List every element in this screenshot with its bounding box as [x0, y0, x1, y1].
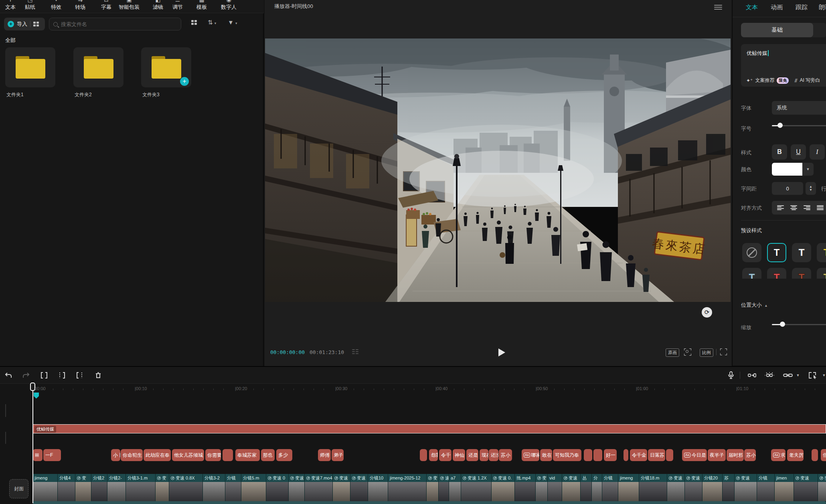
- menu-item-3[interactable]: ✦特效: [51, 0, 61, 11]
- all-files-tab[interactable]: 全部: [5, 37, 16, 44]
- video-clip[interactable]: 分镜18.m: [639, 474, 667, 501]
- original-quality-button[interactable]: 原画: [666, 348, 679, 357]
- video-clip[interactable]: 分镜3-2: [203, 474, 225, 501]
- video-clip[interactable]: 分镜20: [703, 474, 723, 501]
- subtitle-clip[interactable]: 多少: [276, 449, 292, 461]
- video-preview[interactable]: 春來茶店: [265, 38, 731, 302]
- add-badge-icon[interactable]: +: [180, 77, 189, 86]
- video-clip[interactable]: 苏: [723, 474, 735, 501]
- video-clip[interactable]: 变速 1.2X: [461, 474, 492, 501]
- align-right-icon[interactable]: [804, 205, 810, 211]
- video-clip[interactable]: 变速: [350, 474, 368, 501]
- subtitle-clip[interactable]: 神仙: [453, 449, 465, 461]
- ratio-button[interactable]: 比例: [700, 348, 713, 357]
- menu-item-2[interactable]: ◳贴纸: [25, 0, 35, 11]
- split-icon[interactable]: [39, 370, 49, 381]
- subtitle-clip[interactable]: [420, 449, 427, 461]
- chevron-down-icon[interactable]: ▼: [821, 370, 826, 381]
- video-clip[interactable]: 变速: [735, 474, 757, 501]
- subtitle-clip[interactable]: [812, 449, 818, 461]
- preset-text-tile[interactable]: T: [817, 243, 826, 262]
- video-clip[interactable]: jimeng: [618, 474, 639, 501]
- menu-item-7[interactable]: ◧滤镜: [153, 0, 163, 11]
- video-clip[interactable]: 分镜4: [58, 474, 75, 501]
- video-clip[interactable]: 变速 0.: [492, 474, 515, 501]
- subtitle-clip[interactable]: 令千: [439, 449, 451, 461]
- video-clip[interactable]: 变: [156, 474, 169, 501]
- video-clip[interactable]: 分镜: [757, 474, 775, 501]
- letter-spacing-spinner[interactable]: ▲▼: [806, 182, 816, 195]
- subtitle-clip[interactable]: 你需要: [205, 449, 221, 461]
- subtitle-clip[interactable]: Aa求: [771, 449, 786, 461]
- preset-text-tile[interactable]: T: [792, 268, 811, 279]
- tab-文本[interactable]: 文本: [746, 4, 758, 11]
- align-center-icon[interactable]: [790, 205, 797, 211]
- snap-icon[interactable]: [747, 370, 757, 381]
- video-clip[interactable]: 变速: [685, 474, 703, 501]
- copy-suggest-button[interactable]: 文案推荐: [755, 77, 774, 84]
- video-clip[interactable]: 变速: [818, 474, 826, 501]
- color-swatch[interactable]: [772, 163, 802, 176]
- timeline-ruler[interactable]: 00:00|00:10|00:20|00:30|00:40|00:50|01:0…: [0, 384, 826, 396]
- record-voice-icon[interactable]: [726, 370, 736, 381]
- position-size-header[interactable]: 位置大小▲: [741, 302, 768, 309]
- subtitle-clip[interactable]: [223, 449, 233, 461]
- menu-item-9[interactable]: ▦模板: [196, 0, 207, 11]
- subtitle-clip[interactable]: 好一: [604, 449, 617, 461]
- subtitle-clip[interactable]: 一F: [43, 449, 61, 461]
- menu-item-10[interactable]: ◉数字人: [221, 0, 237, 11]
- menu-item-5[interactable]: ⊟字幕: [101, 0, 111, 11]
- preset-text-tile[interactable]: T: [742, 268, 761, 279]
- video-clip[interactable]: 抵.mp4: [515, 474, 536, 501]
- italic-button[interactable]: I: [810, 144, 825, 160]
- filter-icon[interactable]: ▼ ▾: [228, 19, 237, 26]
- folder-card[interactable]: +: [141, 47, 191, 87]
- subtitle-clip[interactable]: 他女儿苏倾城: [172, 449, 204, 461]
- video-clip[interactable]: 变速: [289, 474, 305, 501]
- chevron-down-icon[interactable]: ▼: [795, 370, 801, 381]
- subtitle-clip[interactable]: 老夫厉: [787, 449, 804, 461]
- import-button[interactable]: + 导入: [4, 18, 45, 30]
- align-left-icon[interactable]: [777, 205, 784, 211]
- playhead-handle[interactable]: [30, 383, 35, 391]
- subtitle-clip[interactable]: 日落苏: [648, 449, 665, 461]
- preset-text-tile[interactable]: T: [817, 268, 826, 279]
- search-input-wrap[interactable]: [49, 18, 181, 30]
- subtitle-clip[interactable]: [624, 449, 628, 461]
- select-tool-icon[interactable]: [808, 370, 818, 381]
- subtitle-clip[interactable]: 可知我乃奉: [553, 449, 581, 461]
- underline-button[interactable]: U: [791, 144, 806, 160]
- subtitle-clip[interactable]: 奉城苏家: [235, 449, 260, 461]
- trim-right-icon[interactable]: [75, 370, 85, 381]
- preset-text-tile[interactable]: T: [792, 243, 811, 262]
- subtitle-clip[interactable]: 此劫应在奉: [144, 449, 171, 461]
- video-clip[interactable]: 分镜5.m: [241, 474, 266, 501]
- subtitle-clip[interactable]: Aa今日是: [682, 449, 707, 461]
- menu-item-4[interactable]: ⇆转场: [75, 0, 85, 11]
- subtitle-clip[interactable]: Aa哪家: [522, 449, 539, 461]
- subtitle-clip[interactable]: 弟子: [332, 449, 344, 461]
- folder-card[interactable]: [5, 47, 55, 87]
- subtitle-clip[interactable]: 但: [821, 449, 826, 461]
- scale-slider[interactable]: [772, 322, 826, 327]
- tab-朗读[interactable]: 朗读: [819, 4, 826, 11]
- sort-icon[interactable]: ⇅ ▾: [208, 19, 216, 26]
- subtitle-clip[interactable]: [593, 449, 602, 461]
- video-clip[interactable]: 分镜: [225, 474, 241, 501]
- video-clip[interactable]: 变速: [333, 474, 350, 501]
- grid-view-icon[interactable]: [191, 20, 197, 25]
- subtitle-clip[interactable]: [33, 449, 43, 461]
- video-clip[interactable]: 变: [536, 474, 548, 501]
- segments-icon[interactable]: [352, 349, 358, 355]
- trim-left-icon[interactable]: [57, 370, 67, 381]
- video-clip[interactable]: 变速: [794, 474, 818, 501]
- video-clip[interactable]: 丛: [581, 474, 592, 501]
- preset-text-tile[interactable]: T: [767, 243, 786, 262]
- tab-动画[interactable]: 动画: [771, 4, 783, 11]
- text-track-bar[interactable]: 优鲸传媒: [33, 424, 826, 433]
- tab-basic[interactable]: 基础: [741, 23, 813, 37]
- subtitle-clip[interactable]: 怨我: [429, 449, 438, 461]
- subtitle-clip[interactable]: 师傅: [318, 449, 331, 461]
- video-clip[interactable]: 分镜2: [91, 474, 107, 501]
- video-clip[interactable]: 速: [439, 474, 449, 501]
